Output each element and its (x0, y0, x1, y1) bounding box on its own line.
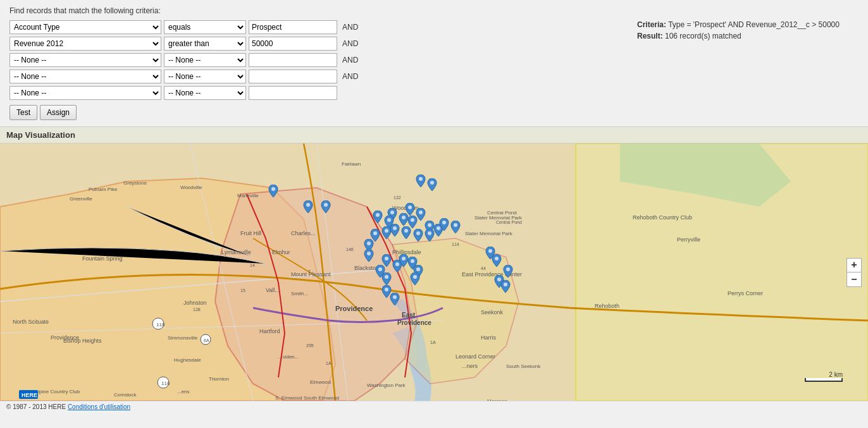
criteria-row: -- None --Account TypeRevenue 2012-- Non… (9, 70, 358, 83)
svg-point-87 (376, 213, 380, 217)
criteria-label: Criteria: (637, 20, 666, 29)
svg-point-95 (367, 242, 371, 245)
field-select-4[interactable]: -- None --Account TypeRevenue 2012 (9, 86, 161, 100)
result-line: Result: 106 record(s) matched (637, 32, 859, 40)
map-pin[interactable] (321, 200, 331, 213)
field-select-3[interactable]: -- None --Account TypeRevenue 2012 (9, 70, 161, 83)
results-area: Criteria: Type = 'Prospect' AND Revenue_… (637, 20, 859, 40)
svg-point-96 (385, 229, 388, 233)
map-pin[interactable] (303, 200, 313, 213)
svg-point-115 (393, 295, 397, 299)
operator-select-4[interactable]: -- None --equalsgreater thanless thannot… (164, 86, 246, 100)
svg-point-111 (411, 259, 414, 263)
field-select-2[interactable]: -- None --Account TypeRevenue 2012 (9, 53, 161, 67)
map-pin[interactable] (364, 249, 374, 262)
result-value: 106 record(s) matched (665, 32, 741, 40)
zoom-out-button[interactable]: − (847, 272, 861, 286)
map-pin[interactable] (413, 229, 423, 242)
top-section: Find records that match the following cr… (0, 0, 868, 126)
and-label: AND (342, 39, 358, 48)
scale-bar (805, 378, 843, 382)
and-label: AND (342, 56, 358, 64)
map-scale: 2 km (805, 371, 843, 382)
criteria-row: -- None --Account TypeRevenue 2012-- Non… (9, 53, 358, 67)
field-select-0[interactable]: -- None --Account TypeRevenue 2012 (9, 20, 161, 34)
operator-select-3[interactable]: -- None --equalsgreater thanless thannot… (164, 70, 246, 83)
operator-select-2[interactable]: -- None --equalsgreater thanless thannot… (164, 53, 246, 67)
result-label: Result: (637, 32, 663, 40)
and-label: AND (342, 23, 358, 32)
svg-point-116 (488, 249, 492, 253)
svg-point-106 (385, 257, 388, 260)
svg-point-114 (385, 288, 388, 291)
conditions-link[interactable]: Conditions d'utilisation (68, 403, 130, 410)
map-pin[interactable] (410, 272, 420, 285)
svg-point-108 (385, 275, 388, 279)
map-pins-container (0, 144, 868, 401)
svg-point-90 (402, 216, 406, 219)
map-pin[interactable] (390, 224, 400, 236)
operator-select-1[interactable]: -- None --equalsgreater thanless thannot… (164, 37, 246, 51)
field-select-1[interactable]: -- None --Account TypeRevenue 2012 (9, 37, 161, 51)
map-pin[interactable] (381, 272, 392, 285)
map-pin[interactable] (416, 174, 426, 187)
svg-point-101 (428, 231, 431, 235)
svg-point-99 (411, 218, 414, 222)
map-pin[interactable] (390, 293, 400, 305)
map-section: Map Visualization (0, 126, 868, 412)
map-pin[interactable] (500, 280, 511, 293)
map-footer: © 1987 - 2013 HERE Conditions d'utilisat… (0, 401, 868, 412)
svg-point-84 (271, 187, 275, 191)
map-pin[interactable] (450, 221, 461, 233)
criteria-row: -- None --Account TypeRevenue 2012-- Non… (9, 20, 358, 34)
svg-point-92 (419, 211, 423, 214)
map-pin[interactable] (416, 208, 426, 221)
map-pin[interactable] (373, 211, 383, 223)
map-pin[interactable] (405, 203, 415, 216)
svg-point-91 (408, 205, 412, 209)
svg-point-112 (416, 267, 420, 271)
svg-point-118 (506, 267, 510, 271)
map-copyright: © 1987 - 2013 HERE (6, 403, 66, 410)
criteria-value: Type = 'Prospect' AND Revenue_2012__c > … (668, 20, 840, 29)
find-records-label: Find records that match the following cr… (9, 6, 859, 15)
criteria-input-3[interactable] (249, 70, 337, 83)
map-pin[interactable] (407, 216, 418, 228)
svg-point-93 (428, 223, 431, 227)
svg-point-100 (416, 231, 420, 235)
test-button[interactable]: Test (9, 105, 37, 120)
svg-point-113 (413, 275, 417, 279)
criteria-input-2[interactable] (249, 53, 337, 67)
svg-point-98 (404, 229, 408, 233)
svg-point-82 (419, 177, 423, 181)
operator-select-0[interactable]: -- None --equalsgreater thanless thannot… (164, 20, 246, 34)
map-controls: + − (846, 258, 862, 287)
map-container[interactable]: Providence Providence East Providence Sa… (0, 144, 868, 401)
criteria-line: Criteria: Type = 'Prospect' AND Revenue_… (637, 20, 859, 29)
criteria-input-4[interactable] (249, 86, 337, 100)
svg-point-104 (454, 223, 457, 227)
map-pin[interactable] (439, 218, 449, 231)
and-label: AND (342, 72, 358, 81)
map-header: Map Visualization (0, 126, 868, 144)
svg-point-86 (324, 203, 328, 207)
criteria-area: -- None --Account TypeRevenue 2012-- Non… (9, 20, 358, 120)
svg-point-105 (367, 252, 371, 255)
map-pin[interactable] (492, 254, 502, 267)
svg-point-107 (378, 267, 382, 271)
assign-button[interactable]: Assign (40, 105, 77, 120)
scale-label: 2 km (829, 371, 843, 378)
top-content: -- None --Account TypeRevenue 2012-- Non… (9, 20, 859, 120)
criteria-row: -- None --Account TypeRevenue 2012-- Non… (9, 37, 358, 51)
criteria-input-1[interactable] (249, 37, 337, 51)
zoom-in-button[interactable]: + (847, 259, 861, 272)
svg-point-97 (393, 226, 397, 230)
svg-point-117 (495, 257, 499, 260)
map-pin[interactable] (427, 178, 437, 191)
map-pin[interactable] (503, 265, 513, 278)
criteria-rows: -- None --Account TypeRevenue 2012-- Non… (9, 20, 358, 100)
map-pin[interactable] (268, 185, 278, 197)
criteria-input-0[interactable] (249, 20, 337, 34)
svg-point-83 (430, 181, 434, 185)
svg-point-94 (373, 231, 377, 235)
